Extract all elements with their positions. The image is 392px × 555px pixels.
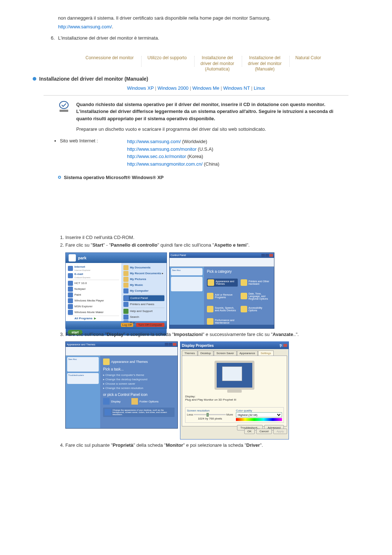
os-xp[interactable]: Windows XP (127, 85, 154, 91)
page-heading: Installazione del driver del monitor (Ma… (39, 76, 148, 82)
dp-tab-desktop: Desktop (198, 351, 213, 356)
start-menu-screenshot: park InternetInternet Explorer E-mailOut… (65, 252, 167, 329)
folder-icon (123, 283, 128, 288)
pick-task-label: Pick a task... (103, 367, 175, 371)
cp-title: Control Panel (171, 254, 186, 256)
tab-connection[interactable]: Connessione del monitor (82, 55, 138, 61)
svg-point-0 (60, 101, 68, 109)
appearance-cat-icon (103, 358, 110, 365)
control-panel-screenshot: Control Panel See Also Pick a category A… (169, 252, 274, 329)
step-1: Inserire il CD nell'unità CD-ROM. (65, 234, 348, 241)
notepad-icon (68, 287, 73, 292)
heading-bullet-icon (33, 77, 36, 81)
color-bar-icon (236, 418, 282, 421)
ok-button: OK (244, 429, 255, 434)
step-4: Fare clic sul pulsante "Proprietà" della… (65, 442, 348, 449)
apply-button: Apply (273, 429, 287, 434)
site-korea-suffix: (Korea) (186, 154, 203, 159)
site-worldwide-suffix: (Worldwide) (181, 139, 207, 144)
dp-tab-themes: Themes (182, 351, 197, 356)
step6-num: 6. (51, 35, 58, 41)
resolution-slider (194, 414, 226, 415)
user-avatar-icon (69, 254, 76, 262)
site-china-suffix: (China) (203, 161, 219, 167)
programs-icon (207, 293, 213, 299)
display-icon (105, 409, 111, 416)
folder-options-icon (131, 398, 138, 405)
dp-display-value: Plug and Play Monitor on 3D Prophet III (185, 398, 284, 401)
at-seealso-box: See Also (67, 357, 99, 372)
os-me[interactable]: Windows Me (192, 85, 219, 91)
paint-icon (68, 292, 73, 297)
quality-select: Highest (32 bit) (236, 412, 282, 417)
divider (44, 95, 348, 96)
display-properties-screenshot: Display Properties? Themes Desktop Scree… (180, 341, 289, 439)
control-panel-icon (124, 296, 129, 301)
info-box-text: Quando richiesto dal sistema operativo p… (76, 101, 348, 122)
cancel-button: Cancel (256, 429, 272, 434)
display-icon (103, 398, 110, 405)
folder-icon (123, 265, 128, 270)
tab-manual-install[interactable]: Installazione del driver del monitor (Ma… (244, 55, 285, 72)
computer-icon (123, 288, 128, 293)
os-linux[interactable]: Linux (254, 85, 265, 91)
checkmark-icon (58, 101, 70, 113)
dp-tab-settings: Settings (258, 351, 274, 356)
tab-natural-color[interactable]: Natural Color (292, 55, 325, 61)
hct-icon (68, 281, 73, 286)
site-worldwide-link[interactable]: http://www.samsung.com/ (127, 139, 181, 144)
logoff-button: Log Off (121, 323, 133, 327)
folder-icon (123, 277, 128, 282)
os-links: Windows XP | Windows 2000 | Windows Me |… (44, 85, 348, 91)
nav-tabs: Connessione del monitor Utilizzo del sup… (58, 55, 348, 72)
dp-display-label: Display: (185, 395, 284, 398)
msn-icon (68, 304, 73, 309)
folder-icon (123, 271, 128, 276)
site-korea-link[interactable]: http://www.sec.co.kr/monitor (127, 154, 186, 159)
dp-title: Display Properties (182, 344, 214, 348)
pick-category-label: Pick a category (207, 270, 271, 274)
sub-bullet-icon (58, 176, 61, 179)
step-3: Fare clic sull'icona "Display" e sceglie… (65, 331, 348, 338)
cp-seealso: See Also (171, 268, 203, 275)
site-usa-suffix: (U.S.A) (196, 146, 213, 152)
printers-icon (241, 279, 247, 286)
tab-support[interactable]: Utilizzo del supporto (144, 55, 190, 61)
appearance-icon (208, 279, 214, 286)
prepare-text: Preparare un dischetto vuoto e scaricare… (76, 126, 348, 133)
date-icon (241, 293, 247, 299)
tab-auto-install[interactable]: Installazione del driver del monitor (Au… (197, 55, 238, 72)
appearance-themes-screenshot: Appearance and Themes See Also Troublesh… (65, 341, 178, 429)
username: park (78, 256, 86, 260)
resolution-label: Screen resolution (187, 409, 233, 412)
dp-tab-appearance: Appearance (237, 351, 258, 356)
resolution-value: 1024 by 768 pixels (187, 417, 233, 420)
site-label: Sito web Internet : (60, 138, 127, 143)
printer-icon (123, 302, 128, 307)
os-subheading: Sistema operativo Microsoft® Windows® XP (64, 175, 164, 180)
sounds-icon (207, 306, 213, 312)
site-china-link[interactable]: http://www.samsungmonitor.com.cn/ (127, 161, 203, 167)
intro-link[interactable]: http://www.samsung.com/ (58, 24, 112, 29)
site-usa-link[interactable]: http://www.samsung.com/monitor (127, 146, 196, 152)
chevron-right-icon: ▶ (94, 317, 96, 320)
at-title: Appearance and Themes (67, 343, 95, 346)
os-nt[interactable]: Windows NT (223, 85, 250, 91)
monitor-preview-icon (215, 361, 254, 390)
accessibility-icon (241, 306, 247, 312)
ie-icon (68, 266, 73, 271)
intro-text: non danneggerà il sistema. Il driver cer… (58, 15, 348, 22)
quality-label: Color quality (236, 409, 282, 412)
search-icon (123, 315, 128, 320)
step6-text: L'installazione del driver del monitor è… (58, 35, 159, 41)
turnoff-button: Turn Off Computer (136, 323, 164, 327)
os-2000[interactable]: Windows 2000 (158, 85, 188, 91)
at-trouble-box: Troubleshooters (67, 373, 99, 384)
step-2: Fare clic su "Start" - "Pannello di cont… (65, 242, 348, 249)
dp-tab-screensaver: Screen Saver (214, 351, 236, 356)
or-pick-label: or pick a Control Panel icon (103, 393, 175, 397)
svg-rect-1 (60, 110, 68, 112)
performance-icon (207, 318, 213, 325)
wmp-icon (68, 298, 73, 303)
wmm-icon (68, 310, 73, 315)
